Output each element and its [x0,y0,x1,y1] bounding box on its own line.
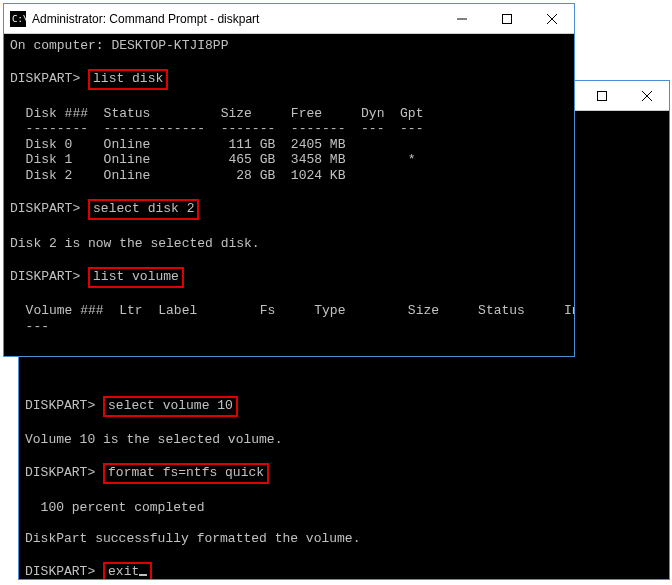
diskpart-prompt: DISKPART> [10,269,80,284]
cmd-list-disk: list disk [88,69,168,90]
minimize-button[interactable] [439,4,484,33]
cmd-icon: C:\ [10,11,26,27]
disk-table-rows: Disk 0 Online 111 GB 2405 MB Disk 1 Onli… [10,137,416,183]
computer-name: DESKTOP-KTJI8PP [111,38,228,53]
close-button[interactable] [624,81,669,110]
diskpart-prompt: DISKPART> [25,398,95,413]
diskpart-prompt: DISKPART> [25,564,95,579]
diskpart-prompt: DISKPART> [10,201,80,216]
cmd-select-disk: select disk 2 [88,199,199,220]
format-success-msg: DiskPart successfully formatted the volu… [25,531,360,546]
terminal-body-front[interactable]: On computer: DESKTOP-KTJI8PP DISKPART> l… [4,34,574,356]
select-volume-msg: Volume 10 is the selected volume. [25,432,282,447]
svg-rect-9 [502,14,511,23]
cmd-list-volume: list volume [88,267,184,288]
on-computer-label: On computer: [10,38,104,53]
volume-table-rule: --- [10,319,49,334]
volume-table-header: Volume ### Ltr Label Fs Type Size Status… [10,303,574,318]
svg-rect-3 [597,91,606,100]
window-controls-front [439,4,574,33]
cmd-select-volume: select volume 10 [103,396,238,417]
cmd-exit: exit [103,562,152,579]
window-title-front: Administrator: Command Prompt - diskpart [32,12,439,26]
cmd-format: format fs=ntfs quick [103,463,269,484]
select-disk-msg: Disk 2 is now the selected disk. [10,236,260,251]
disk-table-rule: -------- ------------- ------- ------- -… [10,121,423,136]
percent-complete-msg: 100 percent completed [25,500,204,515]
maximize-button[interactable] [484,4,529,33]
diskpart-prompt: DISKPART> [10,71,80,86]
diskpart-prompt: DISKPART> [25,465,95,480]
titlebar-front: C:\ Administrator: Command Prompt - disk… [4,4,574,34]
cursor-icon [139,574,147,576]
maximize-button[interactable] [579,81,624,110]
svg-text:C:\: C:\ [12,14,26,24]
close-button[interactable] [529,4,574,33]
cmd-window-front: C:\ Administrator: Command Prompt - disk… [3,3,575,357]
disk-table-header: Disk ### Status Size Free Dyn Gpt [10,106,423,121]
